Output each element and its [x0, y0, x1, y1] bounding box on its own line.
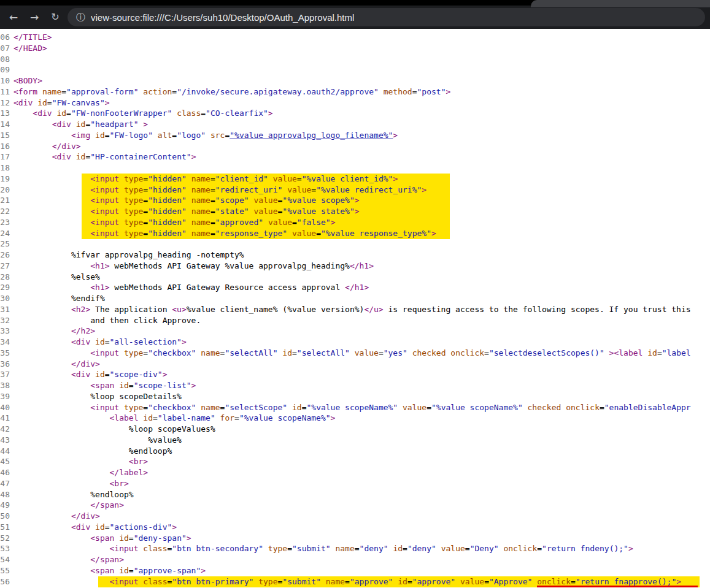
- line-number: 38: [0, 380, 10, 391]
- code-text: %ifvar approvalpg_heading -notempty%: [14, 250, 244, 259]
- line-number: 43: [0, 435, 10, 446]
- line-number: 26: [0, 250, 10, 261]
- code-text: <br>: [14, 457, 148, 466]
- line-number: 32: [0, 315, 10, 326]
- back-icon[interactable]: ←: [5, 9, 22, 26]
- code-text: <input type="checkbox" name="selectAll" …: [14, 348, 691, 357]
- line-number: 07: [0, 43, 10, 54]
- code-line: 43 %value%: [0, 435, 710, 446]
- line-number: 53: [0, 543, 10, 554]
- line-number: 09: [0, 64, 10, 75]
- code-text: %loop scopeValues%: [14, 424, 215, 433]
- code-line: 41 <label id="label-name" for="%value sc…: [0, 413, 710, 424]
- code-line: 26 %ifvar approvalpg_heading -notempty%: [0, 250, 710, 261]
- code-text: <div id="FW-nonFooterWrapper" class="CO-…: [14, 109, 273, 118]
- line-number: 34: [0, 337, 10, 348]
- browser-chrome: ← → ↻ ⓘ view-source:file:///C:/Users/suh…: [0, 0, 710, 29]
- source-view: 06</TITLE>07</HEAD>080910<BODY>11<form n…: [0, 29, 710, 588]
- code-line: 11<form name="approval-form" action="/in…: [0, 86, 710, 97]
- code-line: 33 </h2>: [0, 326, 710, 337]
- code-text: <br>: [14, 479, 129, 488]
- code-line: 55 <span id="approve-span">: [0, 565, 710, 576]
- line-number: 35: [0, 348, 10, 359]
- code-line: 45 <br>: [0, 456, 710, 467]
- page-info-icon[interactable]: ⓘ: [76, 12, 85, 23]
- code-text: <input type="hidden" name="scope" value=…: [14, 196, 360, 205]
- code-text: <input type="hidden" name="redirect_uri"…: [14, 185, 426, 194]
- code-text: <input class="btn btn-secondary" type="s…: [14, 544, 633, 553]
- code-text: <div id="FW-canvas">: [14, 98, 110, 107]
- line-number: 51: [0, 522, 10, 533]
- code-text: <input type="hidden" name="approved" val…: [14, 218, 335, 227]
- url-text: view-source:file:///C:/Users/suh10/Deskt…: [91, 12, 354, 23]
- line-number: 48: [0, 489, 10, 500]
- code-line: 51 <div id="actions-div">: [0, 522, 710, 533]
- code-text: </label>: [14, 468, 148, 477]
- code-line: 30 %endif%: [0, 293, 710, 304]
- code-line: 46 </label>: [0, 467, 710, 478]
- code-line: 09: [0, 64, 710, 75]
- code-line: 54 </span>: [0, 554, 710, 565]
- code-line: 17 <div id="HP-containerContent">: [0, 151, 710, 162]
- line-number: 13: [0, 108, 10, 119]
- code-text: %loop scopeDetails%: [14, 392, 182, 401]
- code-line: 27 <h1> webMethods API Gateway %value ap…: [0, 261, 710, 272]
- line-number: 19: [0, 174, 10, 185]
- line-number: 56: [0, 576, 10, 587]
- line-number: 28: [0, 272, 10, 283]
- code-line: 25: [0, 239, 710, 250]
- code-line: 15 <img id="FW-logo" alt="logo" src="%va…: [0, 130, 710, 141]
- window-fragment: [531, 0, 710, 7]
- address-bar[interactable]: ⓘ view-source:file:///C:/Users/suh10/Des…: [68, 8, 705, 26]
- line-number: 27: [0, 261, 10, 272]
- line-number: 22: [0, 206, 10, 217]
- line-number: 39: [0, 391, 10, 402]
- code-line: 34 <div id="all-selection">: [0, 337, 710, 348]
- line-number: 12: [0, 97, 10, 109]
- line-number: 17: [0, 151, 10, 162]
- line-number: 29: [0, 282, 10, 293]
- code-text: <label id="label-name" for="%value scope…: [14, 413, 335, 422]
- code-line: 22 <input type="hidden" name="state" val…: [0, 206, 710, 217]
- forward-icon[interactable]: →: [26, 9, 43, 26]
- line-number: 33: [0, 326, 10, 337]
- code-text: </div>: [14, 142, 81, 151]
- code-line: 18: [0, 162, 710, 174]
- line-number: 08: [0, 54, 10, 65]
- code-text: </h2>: [14, 326, 95, 335]
- line-number: 30: [0, 293, 10, 304]
- code-text: <h2> The application <u>%value client_na…: [14, 305, 691, 314]
- code-text: <div id="scope-div">: [14, 370, 167, 379]
- code-line: 44 %endloop%: [0, 446, 710, 457]
- line-number: 46: [0, 467, 10, 478]
- line-number: 55: [0, 565, 10, 576]
- code-line: 28 %else%: [0, 272, 710, 283]
- code-text: </span>: [14, 500, 124, 510]
- reload-icon[interactable]: ↻: [47, 9, 64, 26]
- code-line: 29 <h1> webMethods API Gateway Resource …: [0, 282, 710, 293]
- code-text: %else%: [14, 272, 100, 281]
- code-text: <span id="approve-span">: [14, 566, 206, 575]
- line-number: 21: [0, 195, 10, 206]
- line-number: 11: [0, 86, 10, 97]
- code-text: <form name="approval-form" action="/invo…: [14, 87, 450, 96]
- code-line: 06</TITLE>: [0, 32, 710, 43]
- tab-strip: [0, 0, 710, 6]
- line-number: 37: [0, 369, 10, 380]
- line-number: 24: [0, 228, 10, 239]
- code-text: <input type="hidden" name="state" value=…: [14, 207, 360, 216]
- line-number: 42: [0, 424, 10, 435]
- code-line: 50 </div>: [0, 511, 710, 522]
- code-line: 38 <span id="scope-list">: [0, 380, 710, 391]
- code-text: <div id="headpart" >: [14, 120, 148, 129]
- code-line: 20 <input type="hidden" name="redirect_u…: [0, 185, 710, 196]
- code-text: <input type="hidden" name="response_type…: [14, 229, 436, 238]
- code-text: <div id="all-selection">: [14, 337, 187, 346]
- code-text: <BODY>: [14, 76, 42, 85]
- code-line: 47 <br>: [0, 478, 710, 489]
- code-text: <input type="hidden" name="client_id" va…: [14, 174, 398, 183]
- code-line: 16 </div>: [0, 141, 710, 152]
- code-text: <img id="FW-logo" alt="logo" src="%value…: [14, 131, 398, 140]
- code-line: 14 <div id="headpart" >: [0, 119, 710, 130]
- code-text: </div>: [14, 511, 100, 521]
